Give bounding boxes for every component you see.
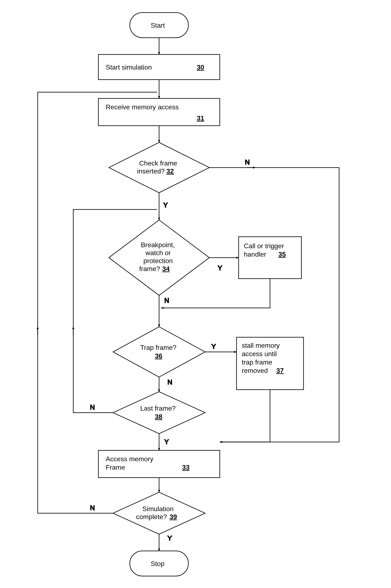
decision-simulation-complete: Simulation complete? 39 <box>113 492 205 534</box>
svg-text:watch or: watch or <box>145 249 171 257</box>
svg-text:frame?: frame? <box>139 265 160 273</box>
label-y-32: Y <box>163 201 168 209</box>
svg-text:complete?: complete? <box>136 513 167 521</box>
label-n-38: N <box>90 404 95 411</box>
svg-text:32: 32 <box>166 167 174 175</box>
process-call-trigger-handler: Call or trigger handler 35 <box>239 237 301 279</box>
svg-text:Frame: Frame <box>106 463 125 471</box>
svg-text:inserted?: inserted? <box>137 167 165 175</box>
svg-text:removed: removed <box>242 367 268 374</box>
label-y-38: Y <box>164 438 169 445</box>
label-n-34: N <box>164 296 169 304</box>
svg-text:Trap frame?: Trap frame? <box>140 344 177 351</box>
decision-trap-frame: Trap frame? 36 <box>113 327 205 377</box>
svg-text:Last frame?: Last frame? <box>140 405 176 412</box>
svg-text:Start: Start <box>151 21 165 29</box>
decision-breakpoint-watch-protection: Breakpoint, watch or protection frame? 3… <box>109 220 209 295</box>
flowchart: Y N Y N Y N N Y Y N Start Start simulati… <box>0 0 391 588</box>
svg-text:Access memory: Access memory <box>106 455 153 463</box>
svg-text:Stop: Stop <box>151 560 165 568</box>
svg-text:37: 37 <box>276 367 284 374</box>
svg-marker-35 <box>113 327 205 377</box>
label-n-36: N <box>168 378 172 386</box>
svg-marker-44 <box>113 392 205 434</box>
svg-text:Simulation: Simulation <box>142 505 174 513</box>
svg-text:38: 38 <box>155 413 162 421</box>
decision-check-frame-inserted: Check frame inserted? 32 <box>109 143 209 193</box>
svg-text:Receive memory access: Receive memory access <box>106 103 179 111</box>
svg-text:access until: access until <box>242 350 277 358</box>
svg-text:Call or trigger: Call or trigger <box>244 242 284 250</box>
label-y-39: Y <box>168 534 172 542</box>
svg-text:Start simulation: Start simulation <box>106 63 152 71</box>
svg-text:36: 36 <box>155 352 162 360</box>
svg-text:39: 39 <box>170 513 177 521</box>
process-access-memory-frame: Access memory Frame 33 <box>98 450 220 478</box>
label-n-39: N <box>90 504 95 512</box>
svg-text:Breakpoint,: Breakpoint, <box>141 241 175 249</box>
process-start-simulation: Start simulation 30 <box>98 54 220 80</box>
svg-text:30: 30 <box>197 63 204 71</box>
label-y-34: Y <box>218 264 222 272</box>
svg-text:34: 34 <box>162 265 170 273</box>
process-receive-memory-access: Receive memory access 31 <box>98 98 220 126</box>
label-n-32: N <box>245 158 250 166</box>
label-y-36: Y <box>211 343 216 350</box>
terminal-stop: Stop <box>130 551 188 576</box>
svg-text:35: 35 <box>278 251 286 258</box>
decision-last-frame: Last frame? 38 <box>113 392 205 434</box>
process-stall-memory-access: stall memory access until trap frame rem… <box>237 337 303 390</box>
svg-text:31: 31 <box>197 114 204 122</box>
svg-text:handler: handler <box>244 251 266 258</box>
terminal-start: Start <box>130 12 188 38</box>
svg-text:33: 33 <box>182 463 190 471</box>
svg-text:trap frame: trap frame <box>242 358 272 366</box>
svg-text:Check frame: Check frame <box>139 159 177 167</box>
svg-text:protection: protection <box>143 257 173 265</box>
svg-text:stall memory: stall memory <box>242 342 280 349</box>
